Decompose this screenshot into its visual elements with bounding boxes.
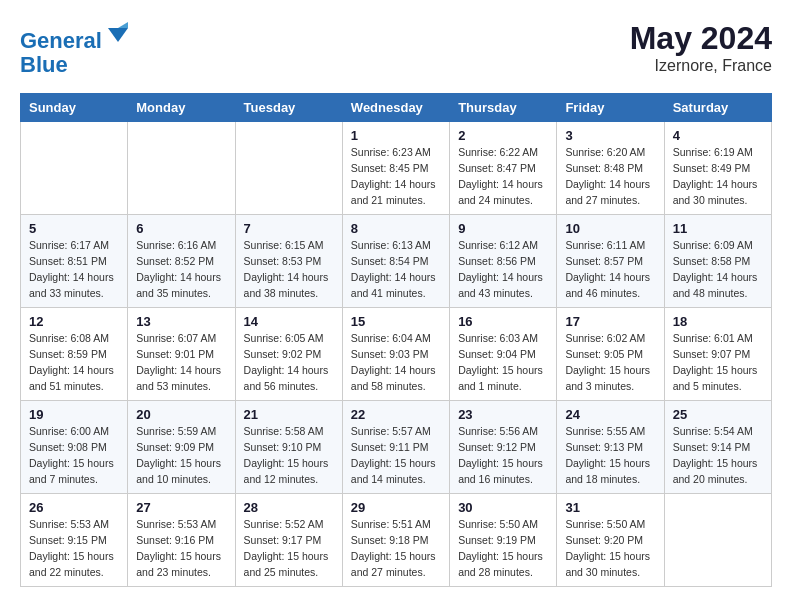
calendar-cell: [235, 122, 342, 215]
day-number: 17: [565, 314, 655, 329]
calendar-week-row: 26Sunrise: 5:53 AM Sunset: 9:15 PM Dayli…: [21, 494, 772, 587]
day-number: 12: [29, 314, 119, 329]
cell-details: Sunrise: 5:53 AM Sunset: 9:16 PM Dayligh…: [136, 517, 226, 580]
cell-details: Sunrise: 6:13 AM Sunset: 8:54 PM Dayligh…: [351, 238, 441, 301]
day-number: 5: [29, 221, 119, 236]
calendar-cell: 30Sunrise: 5:50 AM Sunset: 9:19 PM Dayli…: [450, 494, 557, 587]
day-number: 14: [244, 314, 334, 329]
day-number: 2: [458, 128, 548, 143]
calendar-cell: 16Sunrise: 6:03 AM Sunset: 9:04 PM Dayli…: [450, 308, 557, 401]
title-block: May 2024 Izernore, France: [630, 20, 772, 75]
cell-details: Sunrise: 5:59 AM Sunset: 9:09 PM Dayligh…: [136, 424, 226, 487]
svg-marker-1: [118, 22, 128, 28]
calendar-cell: 8Sunrise: 6:13 AM Sunset: 8:54 PM Daylig…: [342, 215, 449, 308]
calendar-cell: 15Sunrise: 6:04 AM Sunset: 9:03 PM Dayli…: [342, 308, 449, 401]
calendar-cell: 29Sunrise: 5:51 AM Sunset: 9:18 PM Dayli…: [342, 494, 449, 587]
calendar-body: 1Sunrise: 6:23 AM Sunset: 8:45 PM Daylig…: [21, 122, 772, 587]
calendar-week-row: 19Sunrise: 6:00 AM Sunset: 9:08 PM Dayli…: [21, 401, 772, 494]
cell-details: Sunrise: 6:09 AM Sunset: 8:58 PM Dayligh…: [673, 238, 763, 301]
cell-details: Sunrise: 6:23 AM Sunset: 8:45 PM Dayligh…: [351, 145, 441, 208]
calendar-cell: 9Sunrise: 6:12 AM Sunset: 8:56 PM Daylig…: [450, 215, 557, 308]
weekday-header: Friday: [557, 94, 664, 122]
calendar-cell: 2Sunrise: 6:22 AM Sunset: 8:47 PM Daylig…: [450, 122, 557, 215]
cell-details: Sunrise: 5:52 AM Sunset: 9:17 PM Dayligh…: [244, 517, 334, 580]
day-number: 25: [673, 407, 763, 422]
cell-details: Sunrise: 6:19 AM Sunset: 8:49 PM Dayligh…: [673, 145, 763, 208]
calendar-week-row: 5Sunrise: 6:17 AM Sunset: 8:51 PM Daylig…: [21, 215, 772, 308]
cell-details: Sunrise: 6:15 AM Sunset: 8:53 PM Dayligh…: [244, 238, 334, 301]
calendar-cell: 18Sunrise: 6:01 AM Sunset: 9:07 PM Dayli…: [664, 308, 771, 401]
day-number: 8: [351, 221, 441, 236]
calendar-cell: 26Sunrise: 5:53 AM Sunset: 9:15 PM Dayli…: [21, 494, 128, 587]
day-number: 26: [29, 500, 119, 515]
day-number: 22: [351, 407, 441, 422]
weekday-header: Tuesday: [235, 94, 342, 122]
cell-details: Sunrise: 6:17 AM Sunset: 8:51 PM Dayligh…: [29, 238, 119, 301]
page-header: General Blue May 2024 Izernore, France: [20, 20, 772, 77]
cell-details: Sunrise: 6:12 AM Sunset: 8:56 PM Dayligh…: [458, 238, 548, 301]
calendar-cell: 5Sunrise: 6:17 AM Sunset: 8:51 PM Daylig…: [21, 215, 128, 308]
calendar-cell: 1Sunrise: 6:23 AM Sunset: 8:45 PM Daylig…: [342, 122, 449, 215]
cell-details: Sunrise: 6:08 AM Sunset: 8:59 PM Dayligh…: [29, 331, 119, 394]
cell-details: Sunrise: 6:04 AM Sunset: 9:03 PM Dayligh…: [351, 331, 441, 394]
calendar-cell: 20Sunrise: 5:59 AM Sunset: 9:09 PM Dayli…: [128, 401, 235, 494]
cell-details: Sunrise: 6:03 AM Sunset: 9:04 PM Dayligh…: [458, 331, 548, 394]
day-number: 11: [673, 221, 763, 236]
header-row: SundayMondayTuesdayWednesdayThursdayFrid…: [21, 94, 772, 122]
calendar-cell: 28Sunrise: 5:52 AM Sunset: 9:17 PM Dayli…: [235, 494, 342, 587]
cell-details: Sunrise: 6:00 AM Sunset: 9:08 PM Dayligh…: [29, 424, 119, 487]
day-number: 3: [565, 128, 655, 143]
svg-marker-0: [108, 28, 128, 42]
cell-details: Sunrise: 5:57 AM Sunset: 9:11 PM Dayligh…: [351, 424, 441, 487]
month-year: May 2024: [630, 20, 772, 57]
cell-details: Sunrise: 5:55 AM Sunset: 9:13 PM Dayligh…: [565, 424, 655, 487]
calendar-cell: 19Sunrise: 6:00 AM Sunset: 9:08 PM Dayli…: [21, 401, 128, 494]
calendar-cell: 24Sunrise: 5:55 AM Sunset: 9:13 PM Dayli…: [557, 401, 664, 494]
cell-details: Sunrise: 6:22 AM Sunset: 8:47 PM Dayligh…: [458, 145, 548, 208]
weekday-header: Sunday: [21, 94, 128, 122]
logo: General Blue: [20, 20, 132, 77]
day-number: 23: [458, 407, 548, 422]
cell-details: Sunrise: 6:20 AM Sunset: 8:48 PM Dayligh…: [565, 145, 655, 208]
day-number: 21: [244, 407, 334, 422]
weekday-header: Thursday: [450, 94, 557, 122]
weekday-header: Wednesday: [342, 94, 449, 122]
logo-text: General: [20, 20, 132, 53]
calendar-cell: 21Sunrise: 5:58 AM Sunset: 9:10 PM Dayli…: [235, 401, 342, 494]
day-number: 7: [244, 221, 334, 236]
day-number: 19: [29, 407, 119, 422]
weekday-header: Saturday: [664, 94, 771, 122]
calendar-cell: [664, 494, 771, 587]
cell-details: Sunrise: 6:16 AM Sunset: 8:52 PM Dayligh…: [136, 238, 226, 301]
calendar-cell: [21, 122, 128, 215]
day-number: 4: [673, 128, 763, 143]
weekday-header: Monday: [128, 94, 235, 122]
cell-details: Sunrise: 6:02 AM Sunset: 9:05 PM Dayligh…: [565, 331, 655, 394]
day-number: 30: [458, 500, 548, 515]
cell-details: Sunrise: 5:51 AM Sunset: 9:18 PM Dayligh…: [351, 517, 441, 580]
day-number: 28: [244, 500, 334, 515]
cell-details: Sunrise: 5:50 AM Sunset: 9:19 PM Dayligh…: [458, 517, 548, 580]
calendar-cell: 23Sunrise: 5:56 AM Sunset: 9:12 PM Dayli…: [450, 401, 557, 494]
day-number: 6: [136, 221, 226, 236]
calendar-cell: 31Sunrise: 5:50 AM Sunset: 9:20 PM Dayli…: [557, 494, 664, 587]
day-number: 10: [565, 221, 655, 236]
day-number: 29: [351, 500, 441, 515]
cell-details: Sunrise: 5:54 AM Sunset: 9:14 PM Dayligh…: [673, 424, 763, 487]
calendar-week-row: 12Sunrise: 6:08 AM Sunset: 8:59 PM Dayli…: [21, 308, 772, 401]
cell-details: Sunrise: 5:56 AM Sunset: 9:12 PM Dayligh…: [458, 424, 548, 487]
calendar-cell: 13Sunrise: 6:07 AM Sunset: 9:01 PM Dayli…: [128, 308, 235, 401]
calendar-cell: 11Sunrise: 6:09 AM Sunset: 8:58 PM Dayli…: [664, 215, 771, 308]
day-number: 20: [136, 407, 226, 422]
cell-details: Sunrise: 6:05 AM Sunset: 9:02 PM Dayligh…: [244, 331, 334, 394]
day-number: 13: [136, 314, 226, 329]
calendar-cell: 14Sunrise: 6:05 AM Sunset: 9:02 PM Dayli…: [235, 308, 342, 401]
logo-icon: [104, 20, 132, 48]
calendar-cell: 12Sunrise: 6:08 AM Sunset: 8:59 PM Dayli…: [21, 308, 128, 401]
cell-details: Sunrise: 5:50 AM Sunset: 9:20 PM Dayligh…: [565, 517, 655, 580]
logo-blue: Blue: [20, 53, 132, 77]
cell-details: Sunrise: 5:53 AM Sunset: 9:15 PM Dayligh…: [29, 517, 119, 580]
calendar-cell: 27Sunrise: 5:53 AM Sunset: 9:16 PM Dayli…: [128, 494, 235, 587]
calendar-cell: 17Sunrise: 6:02 AM Sunset: 9:05 PM Dayli…: [557, 308, 664, 401]
calendar-header: SundayMondayTuesdayWednesdayThursdayFrid…: [21, 94, 772, 122]
